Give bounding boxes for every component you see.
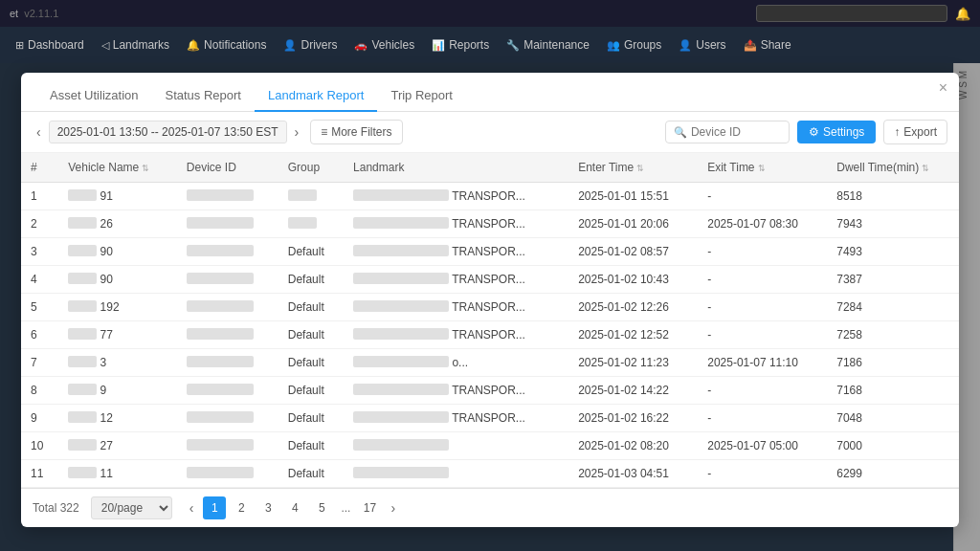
vehicle-blur [68, 328, 97, 340]
cell-landmark: o... [344, 349, 568, 377]
cell-enter-time: 2025-01-01 20:06 [568, 210, 698, 238]
cell-group: Default [278, 432, 344, 460]
col-enter-time[interactable]: Enter Time⇅ [568, 153, 698, 183]
landmark-blur [353, 439, 449, 451]
modal-overlay: Asset Utilization Status Report Landmark… [0, 63, 980, 551]
cell-num: 7 [21, 349, 58, 377]
col-device-id: Device ID [177, 153, 278, 183]
table-row: 5 192 Default TRANSPOR... 2025-01-02 12:… [21, 294, 959, 321]
date-range-display[interactable]: 2025-01-01 13:50 -- 2025-01-07 13:50 EST [49, 121, 287, 143]
reports-icon: 📊 [432, 39, 445, 52]
cell-exit-time: - [698, 405, 827, 432]
table-row: 3 90 Default TRANSPOR... 2025-01-02 08:5… [21, 238, 959, 266]
page-button-3[interactable]: 3 [256, 496, 279, 519]
date-prev-button[interactable]: ‹ [33, 122, 45, 142]
landmark-blur [353, 217, 449, 229]
nav-item-reports[interactable]: 📊 Reports [424, 34, 497, 55]
device-search-input[interactable] [691, 125, 781, 139]
tab-trip-report[interactable]: Trip Report [377, 80, 466, 112]
cell-landmark: TRANSPOR... [344, 377, 568, 405]
vehicle-blur [68, 245, 97, 256]
col-dwell-time[interactable]: Dwell Time(min)⇅ [827, 153, 959, 183]
notification-icon: 🔔 [187, 39, 200, 52]
tab-status-report[interactable]: Status Report [151, 80, 255, 112]
cell-vehicle: 11 [58, 460, 177, 488]
nav-item-dashboard[interactable]: ⊞ Dashboard [8, 34, 92, 55]
settings-button[interactable]: ⚙ Settings [797, 121, 876, 143]
nav-item-users[interactable]: 👤 Users [671, 34, 733, 55]
vehicle-blur [68, 467, 97, 478]
nav-item-landmarks[interactable]: ◁ Landmarks [94, 34, 177, 55]
cell-group: Default [278, 238, 344, 266]
col-vehicle-name[interactable]: Vehicle Name⇅ [58, 153, 177, 183]
prev-page-button[interactable]: ‹ [184, 498, 200, 518]
more-filters-button[interactable]: ≡ More Filters [310, 120, 402, 144]
cell-group: Default [278, 321, 344, 349]
global-search[interactable] [756, 5, 947, 22]
cell-dwell-time: 7048 [827, 405, 959, 432]
cell-enter-time: 2025-01-02 12:52 [568, 321, 698, 349]
page-button-1[interactable]: 1 [203, 496, 226, 519]
cell-vehicle: 26 [58, 210, 177, 238]
cell-num: 3 [21, 238, 58, 266]
per-page-select[interactable]: 20/page 50/page 100/page [91, 496, 172, 519]
col-exit-time[interactable]: Exit Time⇅ [698, 153, 827, 183]
cell-device-id [177, 349, 278, 377]
nav-item-notifications[interactable]: 🔔 Notifications [179, 34, 274, 55]
nav-item-vehicles[interactable]: 🚗 Vehicles [346, 34, 422, 55]
bell-icon[interactable]: 🔔 [955, 7, 970, 21]
next-page-button[interactable]: › [385, 498, 401, 518]
date-next-button[interactable]: › [291, 122, 303, 142]
nav-item-share[interactable]: 📤 Share [736, 34, 799, 55]
cell-num: 6 [21, 321, 58, 349]
cell-dwell-time: 7284 [827, 294, 959, 321]
sort-dwell-icon: ⇅ [922, 164, 929, 173]
cell-device-id [177, 321, 278, 349]
export-button[interactable]: ↑ Export [883, 120, 947, 144]
cell-exit-time: - [698, 321, 827, 349]
page-button-17[interactable]: 17 [358, 496, 381, 519]
cell-landmark: TRANSPOR... [344, 321, 568, 349]
landmark-blur [353, 411, 449, 423]
nav-item-groups[interactable]: 👥 Groups [599, 34, 669, 55]
cell-num: 1 [21, 183, 58, 210]
cell-vehicle: 3 [58, 349, 177, 377]
device-search-container: 🔍 [665, 121, 790, 143]
cell-group: Default [278, 294, 344, 321]
sort-vehicle-icon: ⇅ [142, 164, 149, 173]
tab-asset-utilization[interactable]: Asset Utilization [36, 80, 151, 112]
page-button-4[interactable]: 4 [283, 496, 306, 519]
table-row: 8 9 Default TRANSPOR... 2025-01-02 14:22… [21, 377, 959, 405]
date-navigation: ‹ 2025-01-01 13:50 -- 2025-01-07 13:50 E… [33, 121, 302, 143]
modal-header: Asset Utilization Status Report Landmark… [21, 73, 959, 112]
vehicle-blur [68, 300, 97, 312]
modal-close-button[interactable]: × [939, 80, 947, 96]
cell-dwell-time: 7493 [827, 238, 959, 266]
driver-icon: 👤 [283, 39, 297, 52]
device-blur [187, 467, 254, 478]
col-group: Group [278, 153, 344, 183]
nav-bar: ⊞ Dashboard ◁ Landmarks 🔔 Notifications … [0, 27, 980, 63]
cell-device-id [177, 294, 278, 321]
landmark-icon: ◁ [101, 39, 109, 52]
device-blur [187, 356, 254, 367]
cell-enter-time: 2025-01-01 15:51 [568, 183, 698, 210]
cell-device-id [177, 183, 278, 210]
cell-dwell-time: 8518 [827, 183, 959, 210]
page-button-2[interactable]: 2 [230, 496, 253, 519]
tab-landmark-report[interactable]: Landmark Report [255, 80, 377, 112]
dashboard-icon: ⊞ [15, 39, 24, 52]
device-blur [187, 189, 254, 201]
cell-exit-time: - [698, 183, 827, 210]
sort-enter-icon: ⇅ [636, 164, 644, 173]
users-icon: 👤 [679, 39, 692, 52]
landmark-blur [353, 467, 449, 478]
device-blur [187, 439, 254, 451]
nav-item-maintenance[interactable]: 🔧 Maintenance [499, 34, 597, 55]
device-blur [187, 273, 254, 284]
nav-item-drivers[interactable]: 👤 Drivers [276, 34, 345, 55]
cell-vehicle: 77 [58, 321, 177, 349]
cell-dwell-time: 7387 [827, 266, 959, 294]
landmark-blur [353, 273, 449, 284]
page-button-5[interactable]: 5 [310, 496, 333, 519]
